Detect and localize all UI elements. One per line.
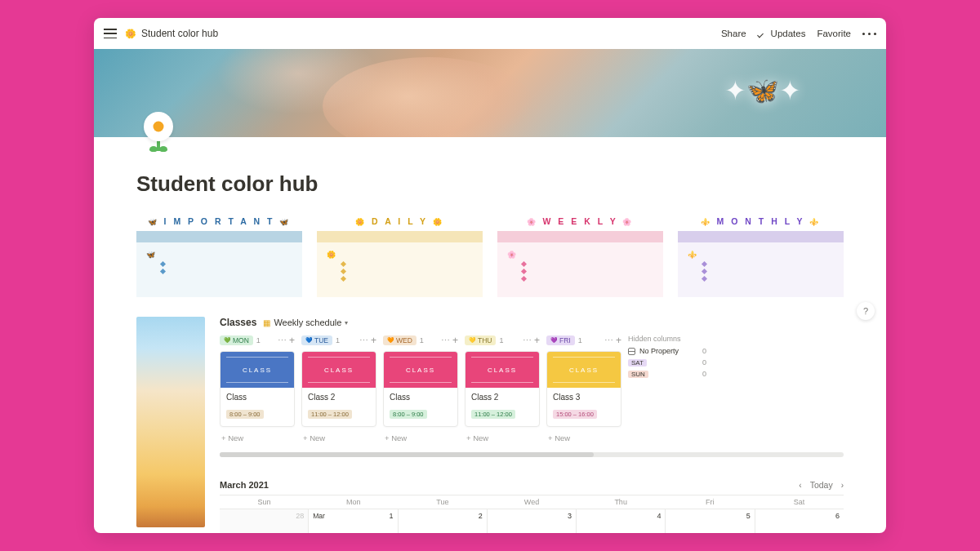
column-add-button[interactable]: + <box>616 335 621 346</box>
hidden-item-noprop[interactable]: No Property0 <box>628 347 706 355</box>
butterfly-icon: 🦋 <box>279 218 291 226</box>
calendar-day-header: Fri <box>666 495 755 509</box>
topbar: 🌼 Student color hub Share Updates Favori… <box>94 18 886 49</box>
breadcrumb-title: Student color hub <box>141 28 218 39</box>
calendar-cell[interactable]: 28 <box>220 509 309 533</box>
new-card-button[interactable]: + New <box>220 430 295 446</box>
column-menu-icon[interactable]: ⋯ <box>278 335 286 346</box>
hidden-item-sat[interactable]: SAT0 <box>628 358 706 367</box>
board-view-icon: ▦ <box>263 318 270 327</box>
card-cover: CLASS <box>220 352 294 388</box>
card-title: Class 3 <box>553 393 615 402</box>
diamond-icon <box>341 261 346 267</box>
fleur-icon: ⚜️ <box>701 218 712 226</box>
app-window: 🌼 Student color hub Share Updates Favori… <box>94 18 886 533</box>
class-card[interactable]: CLASS Class 2 11:00 – 12:00 <box>301 351 376 427</box>
more-menu-icon[interactable] <box>862 33 876 35</box>
category-weekly[interactable]: 🌸 W E E K L Y 🌸 🌸 <box>497 213 663 297</box>
new-card-button[interactable]: + New <box>301 430 376 446</box>
column-count: 1 <box>499 336 503 344</box>
column-menu-icon[interactable]: ⋯ <box>359 335 368 346</box>
diamond-icon <box>521 269 527 274</box>
hidden-columns: Hidden columns No Property0 SAT0 SUN0 <box>628 335 706 446</box>
page-title[interactable]: Student color hub <box>136 171 844 197</box>
column-menu-icon[interactable]: ⋯ <box>604 335 612 346</box>
column-menu-icon[interactable]: ⋯ <box>523 335 531 346</box>
updates-button[interactable]: Updates <box>758 29 806 38</box>
calendar-cell[interactable]: 4 <box>577 509 666 533</box>
breadcrumb[interactable]: 🌼 Student color hub <box>125 28 218 39</box>
breadcrumb-icon: 🌼 <box>125 29 136 39</box>
chevron-down-icon: ▾ <box>345 319 348 327</box>
diamond-icon <box>702 269 707 274</box>
flower-icon: 🌼 <box>433 218 444 226</box>
card-title: Class 2 <box>471 393 533 402</box>
calendar-day-header: Wed <box>487 495 576 509</box>
favorite-button[interactable]: Favorite <box>817 29 851 38</box>
column-header: 💛THU 1 ⋯ + <box>465 335 540 346</box>
help-button[interactable]: ? <box>857 302 875 320</box>
calendar-cell[interactable]: 5 <box>666 509 755 533</box>
sidebar-toggle-icon[interactable] <box>104 29 117 38</box>
class-card[interactable]: CLASS Class 3 15:00 – 16:00 <box>546 351 621 427</box>
column-add-button[interactable]: + <box>452 335 458 346</box>
card-cover: CLASS <box>466 352 539 388</box>
page-icon[interactable] <box>136 112 180 156</box>
hidden-item-sun[interactable]: SUN0 <box>628 370 706 378</box>
calendar-row: 28Mar123456 <box>220 509 844 533</box>
day-pill[interactable]: 💙TUE <box>301 335 332 345</box>
column-header: 💚MON 1 ⋯ + <box>220 335 295 346</box>
class-card[interactable]: CLASS Class 8:00 – 9:00 <box>383 351 458 427</box>
page-cover[interactable]: ✦🦋✦ <box>94 49 886 137</box>
class-card[interactable]: CLASS Class 2 11:00 – 12:00 <box>465 351 540 427</box>
share-button[interactable]: Share <box>721 29 746 38</box>
calendar-prev-button[interactable]: ‹ <box>799 481 801 490</box>
column-count: 1 <box>256 336 261 344</box>
blossom-icon: 🌸 <box>527 218 538 226</box>
heart-icon: 🧡 <box>387 337 394 344</box>
category-monthly[interactable]: ⚜️ M O N T H L Y ⚜️ ⚜️ <box>678 213 844 297</box>
diamond-icon <box>702 261 707 267</box>
column-header: 💙TUE 1 ⋯ + <box>301 335 376 346</box>
diamond-icon <box>160 269 166 274</box>
calendar-cell[interactable]: 2 <box>399 509 488 533</box>
day-pill[interactable]: 💜FRI <box>546 335 575 345</box>
column-add-button[interactable]: + <box>371 335 376 346</box>
day-pill[interactable]: 🧡WED <box>383 335 416 345</box>
day-pill[interactable]: 💚MON <box>220 335 253 345</box>
calendar-next-button[interactable]: › <box>841 481 844 490</box>
calendar-cell[interactable]: Mar1 <box>309 509 398 533</box>
calendar-today-button[interactable]: Today <box>810 480 833 490</box>
check-icon <box>758 29 768 38</box>
column-add-button[interactable]: + <box>289 335 295 346</box>
category-important[interactable]: 🦋 I M P O R T A N T 🦋 🦋 <box>136 213 302 297</box>
no-property-icon <box>628 348 635 355</box>
horizontal-scrollbar[interactable] <box>220 452 844 457</box>
diamond-icon <box>521 276 527 282</box>
diamond-icon <box>521 261 527 267</box>
calendar-cell[interactable]: 3 <box>488 509 577 533</box>
board-column: 💛THU 1 ⋯ + CLASS Class 2 11:00 – 12:00 +… <box>465 335 540 446</box>
column-menu-icon[interactable]: ⋯ <box>441 335 449 346</box>
new-card-button[interactable]: + New <box>465 430 540 446</box>
calendar-day-headers: SunMonTueWedThuFriSat <box>220 495 844 509</box>
diamond-icon <box>341 276 346 282</box>
calendar-day-header: Sat <box>755 495 844 509</box>
column-add-button[interactable]: + <box>534 335 540 346</box>
new-card-button[interactable]: + New <box>383 430 458 446</box>
card-cover: CLASS <box>302 352 376 388</box>
db-view-picker[interactable]: ▦ Weekly schedule ▾ <box>263 318 348 327</box>
butterfly-icon: 🦋 <box>146 251 155 259</box>
sidebar-image <box>136 317 205 527</box>
board-column: 💚MON 1 ⋯ + CLASS Class 8:00 – 9:00 + New <box>220 335 295 446</box>
category-daily[interactable]: 🌼 D A I L Y 🌼 🌼 <box>317 213 483 297</box>
time-pill: 8:00 – 9:00 <box>390 410 427 419</box>
day-pill[interactable]: 💛THU <box>465 335 496 345</box>
flower-icon: 🌼 <box>327 251 336 259</box>
calendar-cell[interactable]: 6 <box>755 509 844 533</box>
class-card[interactable]: CLASS Class 8:00 – 9:00 <box>220 351 295 427</box>
db-title[interactable]: Classes <box>220 317 256 328</box>
heart-icon: 💚 <box>224 337 231 344</box>
column-count: 1 <box>420 336 424 344</box>
new-card-button[interactable]: + New <box>546 430 621 446</box>
